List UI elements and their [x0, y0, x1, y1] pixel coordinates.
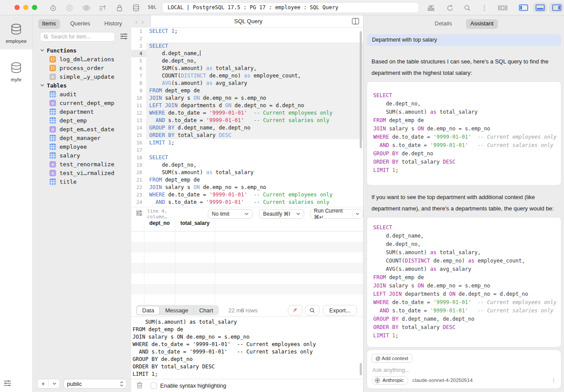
- editor-line[interactable]: 3SELECT: [131, 42, 363, 50]
- rail-filter-icon[interactable]: [4, 380, 11, 388]
- eye-icon[interactable]: [81, 3, 91, 13]
- target-icon[interactable]: [48, 3, 58, 13]
- editor-line[interactable]: 17: [131, 147, 363, 154]
- editor-line[interactable]: 5 de.dept_no,: [131, 57, 363, 65]
- tab-data[interactable]: Data: [137, 306, 160, 315]
- editor-line[interactable]: 4 d.dept_name,: [131, 50, 363, 57]
- editor-line[interactable]: 23WHERE de.to_date = '9999-01-01' -- Cur…: [131, 191, 363, 199]
- column-header-total-salary[interactable]: total_salary: [175, 220, 215, 226]
- raw-sql-scrollbar[interactable]: [360, 363, 362, 375]
- add-item-button[interactable]: +: [37, 379, 60, 388]
- editor-line[interactable]: 18SELECT: [131, 154, 363, 161]
- editor-line[interactable]: 21FROM dept_emp de: [131, 176, 363, 184]
- ask-input[interactable]: Ask anything...: [372, 367, 410, 373]
- assistant-more-icon[interactable]: ⋮: [551, 377, 557, 384]
- tab-message[interactable]: Message: [160, 306, 193, 315]
- editor-line[interactable]: 1SELECT 1;: [131, 28, 363, 35]
- minimize-window-button[interactable]: [23, 5, 28, 10]
- database-icon[interactable]: [131, 3, 141, 13]
- run-current-button[interactable]: Run Current ⌘↵: [310, 209, 363, 219]
- add-context-button[interactable]: @ Add context: [371, 354, 412, 363]
- editor-line[interactable]: 7 COUNT(DISTINCT de.emp_no) as employee_…: [131, 72, 363, 80]
- zoom-window-button[interactable]: [32, 5, 37, 10]
- search-results-button[interactable]: [305, 305, 319, 315]
- back-button[interactable]: ‹: [135, 18, 137, 25]
- sidebar-search[interactable]: [40, 32, 115, 42]
- assistant-code-block-1[interactable]: SELECT de.dept_no, SUM(s.amount) as tota…: [367, 82, 561, 185]
- tables-group-header[interactable]: Tables: [33, 81, 131, 90]
- tab-chart[interactable]: Chart: [194, 306, 218, 315]
- sql-editor[interactable]: 1SELECT 1;2 3SELECT4 d.dept_name,5 de.de…: [131, 28, 363, 207]
- sidebar-table-item[interactable]: title: [33, 177, 131, 186]
- sidebar-table-item[interactable]: department: [33, 107, 131, 116]
- editor-line[interactable]: 22JOIN salary s ON de.emp_no = s.emp_no: [131, 184, 363, 191]
- editor-line[interactable]: 11LEFT JOIN departments d ON de.dept_no …: [131, 102, 363, 109]
- sidebar-table-item[interactable]: salary: [33, 151, 131, 160]
- sidebar-table-item[interactable]: ◎test_vi…rmalized: [33, 168, 131, 177]
- sidebar-filter-icon[interactable]: [120, 33, 128, 42]
- sidebar-table-item[interactable]: ◎current_dept_emp: [33, 98, 131, 107]
- functions-group-header[interactable]: Functions: [33, 46, 131, 55]
- connection-item-myhr[interactable]: myhr: [0, 49, 32, 93]
- beautify-button[interactable]: Beautify ⌘I: [259, 209, 304, 219]
- editor-line[interactable]: 10JOIN salary s ON de.emp_no = s.emp_no: [131, 94, 363, 102]
- editor-line[interactable]: 12WHERE de.to_date = '9999-01-01' -- Cur…: [131, 109, 363, 117]
- tab-assistant[interactable]: Assistant: [466, 19, 498, 29]
- sidebar-table-item[interactable]: dept_emp: [33, 116, 131, 125]
- editor-line[interactable]: 9FROM dept_emp de: [131, 87, 363, 94]
- pin-button[interactable]: [288, 305, 302, 315]
- forward-button[interactable]: ›: [142, 18, 144, 25]
- search-icon[interactable]: [462, 3, 472, 13]
- conversation-title[interactable]: Department with top salary: [367, 34, 561, 46]
- editor-line[interactable]: 16LIMIT 1;: [131, 139, 363, 147]
- toggle-right-panel[interactable]: [550, 3, 564, 13]
- connection-item-employee[interactable]: employee: [0, 15, 32, 49]
- column-header-dept-no[interactable]: dept_no: [144, 220, 175, 226]
- center-layout-icon[interactable]: [498, 3, 508, 13]
- add-item-dropdown[interactable]: [49, 382, 60, 385]
- close-window-button[interactable]: [14, 5, 20, 10]
- export-list-icon[interactable]: [98, 3, 107, 13]
- limit-dropdown[interactable]: No limit: [208, 209, 252, 219]
- editor-line[interactable]: 14GROUP BY d.dept_name, de.dept_no: [131, 124, 363, 132]
- tab-items[interactable]: Items: [38, 19, 60, 29]
- toggle-bottom-panel[interactable]: [533, 3, 547, 13]
- split-editor-icon[interactable]: [352, 18, 359, 26]
- tab-details[interactable]: Details: [430, 19, 456, 29]
- sidebar-function-item[interactable]: ⚙simple_…y_update: [33, 72, 131, 81]
- cancel-circle-icon[interactable]: [64, 3, 74, 13]
- editor-line[interactable]: 8 AVG(s.amount) as avg_salary: [131, 80, 363, 87]
- editor-line[interactable]: 13 AND s.to_date = '9999-01-01' -- Curre…: [131, 117, 363, 124]
- sidebar-table-item[interactable]: audit: [33, 90, 131, 98]
- editor-line[interactable]: 20 SUM(s.amount) as total_salary: [131, 169, 363, 176]
- tab-queries[interactable]: Queries: [66, 19, 94, 29]
- editor-settings-icon[interactable]: [136, 210, 143, 218]
- schema-select[interactable]: public: [63, 379, 127, 388]
- editor-line[interactable]: 6 SUM(s.amount) as total_salary,: [131, 65, 363, 72]
- more-icon[interactable]: ⋮: [480, 3, 489, 13]
- provider-selector[interactable]: Anthropic: [371, 376, 408, 385]
- editor-line[interactable]: 15ORDER BY total_salary DESC: [131, 132, 363, 139]
- chart-icon[interactable]: [426, 3, 436, 13]
- editor-scrollbar[interactable]: [360, 31, 362, 148]
- lock-icon[interactable]: [115, 3, 124, 13]
- sidebar-table-item[interactable]: employee: [33, 142, 131, 151]
- sidebar-function-item[interactable]: ()process_order: [33, 63, 131, 72]
- tab-history[interactable]: History: [101, 19, 126, 29]
- assistant-code-block-2[interactable]: SELECT d.dept_name, de.dept_no, SUM(s.am…: [367, 217, 561, 347]
- editor-line[interactable]: 24 AND s.to_date = '9999-01-01' -- Curre…: [131, 199, 363, 206]
- sidebar-table-item[interactable]: ◎test_renormalize: [33, 160, 131, 168]
- sidebar-function-item[interactable]: ()log_dml…erations: [33, 55, 131, 63]
- sidebar-table-item[interactable]: ◎dept_em…est_date: [33, 125, 131, 133]
- search-input[interactable]: [51, 34, 108, 40]
- connection-title[interactable]: LOCAL | PostgreSQL 17.5 : PG 17 : employ…: [162, 2, 419, 13]
- raw-sql-panel[interactable]: SUM(s.amount) as total_salaryFROM dept_e…: [131, 316, 363, 379]
- toggle-left-panel[interactable]: [516, 3, 530, 13]
- editor-tab-title[interactable]: SQL Query: [151, 15, 346, 28]
- refresh-icon[interactable]: [445, 3, 455, 13]
- trash-icon[interactable]: [137, 382, 143, 390]
- sidebar-table-item[interactable]: dept_manager: [33, 133, 131, 142]
- export-button[interactable]: Export...: [323, 305, 357, 315]
- syntax-highlighting-checkbox[interactable]: [151, 382, 157, 389]
- editor-line[interactable]: 2: [131, 35, 363, 42]
